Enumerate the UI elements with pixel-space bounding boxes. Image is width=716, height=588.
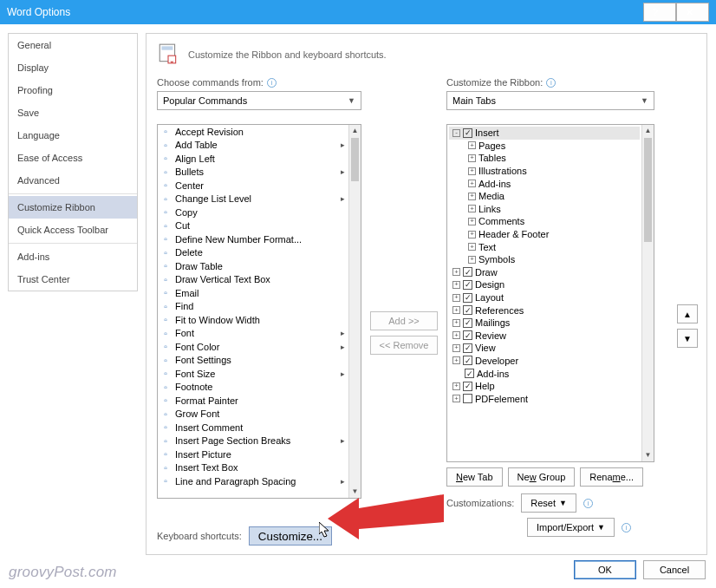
expand-icon[interactable]: + <box>468 167 476 175</box>
new-group-button[interactable]: New Group <box>508 467 576 487</box>
list-item[interactable]: ▫Center <box>158 179 348 193</box>
ok-button[interactable]: OK <box>574 560 636 579</box>
customize-ribbon-dropdown[interactable]: Main Tabs ▼ <box>446 91 654 110</box>
list-item[interactable]: ▫Delete <box>158 246 348 260</box>
tree-node[interactable]: +Links <box>449 203 640 216</box>
tree-node[interactable]: +✓Draw <box>449 266 640 279</box>
list-item[interactable]: ▫Insert Comment <box>158 421 348 434</box>
choose-commands-dropdown[interactable]: Popular Commands ▼ <box>157 91 361 110</box>
tree-node[interactable]: +✓View <box>449 342 640 355</box>
list-item[interactable]: ▫Copy <box>158 206 348 219</box>
checkbox[interactable]: ✓ <box>463 318 472 328</box>
scroll-down-icon[interactable]: ▼ <box>349 486 361 498</box>
list-item[interactable]: ▫Font Color▸ <box>158 340 348 354</box>
close-button[interactable]: ✕ <box>676 3 709 22</box>
expand-icon[interactable]: + <box>452 268 460 276</box>
checkbox[interactable]: ✓ <box>463 343 472 353</box>
expand-icon[interactable]: + <box>452 331 460 339</box>
expand-icon[interactable]: + <box>452 281 460 289</box>
expand-icon[interactable]: + <box>452 344 460 352</box>
checkbox[interactable]: ✓ <box>465 369 474 378</box>
expand-icon[interactable]: + <box>452 294 460 302</box>
scrollbar[interactable]: ▲ ▼ <box>348 125 361 498</box>
reset-dropdown[interactable]: Reset ▼ <box>521 493 576 513</box>
tree-node[interactable]: +Media <box>449 190 640 203</box>
expand-icon[interactable]: - <box>452 129 460 137</box>
checkbox[interactable]: ✓ <box>463 280 472 290</box>
tree-node[interactable]: +Illustrations <box>449 165 640 178</box>
list-item[interactable]: ▫Font Size▸ <box>158 367 348 381</box>
expand-icon[interactable]: + <box>468 218 476 225</box>
tree-node[interactable]: ✓Add-ins <box>449 367 640 380</box>
checkbox[interactable]: ✓ <box>463 267 472 277</box>
list-item[interactable]: ▫Draw Vertical Text Box <box>158 273 348 287</box>
new-tab-button[interactable]: New Tab <box>446 467 503 487</box>
tree-node[interactable]: -✓Insert <box>449 127 640 140</box>
list-item[interactable]: ▫Insert Page Section Breaks▸ <box>158 434 348 448</box>
list-item[interactable]: ▫Insert Text Box <box>158 461 348 475</box>
remove-button[interactable]: << Remove <box>370 336 438 355</box>
sidebar-item-general[interactable]: General <box>9 34 137 56</box>
tree-node[interactable]: +Pages <box>449 140 640 153</box>
move-up-button[interactable]: ▲ <box>677 304 698 323</box>
list-item[interactable]: ▫Cut <box>158 219 348 233</box>
expand-icon[interactable]: + <box>452 382 460 390</box>
sidebar-item-add-ins[interactable]: Add-ins <box>9 245 137 268</box>
list-item[interactable]: ▫Align Left <box>158 152 348 166</box>
info-icon[interactable]: i <box>267 78 277 88</box>
tree-node[interactable]: +✓References <box>449 304 640 317</box>
move-down-button[interactable]: ▼ <box>677 329 698 348</box>
list-item[interactable]: ▫Find <box>158 300 348 314</box>
checkbox[interactable]: ✓ <box>463 330 472 340</box>
tree-node[interactable]: +✓Mailings <box>449 317 640 330</box>
list-item[interactable]: ▫Change List Level▸ <box>158 193 348 206</box>
sidebar-item-save[interactable]: Save <box>9 101 137 124</box>
list-item[interactable]: ▫Grow Font <box>158 408 348 421</box>
list-item[interactable]: ▫Define New Number Format... <box>158 232 348 246</box>
expand-icon[interactable]: + <box>452 306 460 314</box>
expand-icon[interactable]: + <box>468 180 476 187</box>
sidebar-item-customize-ribbon[interactable]: Customize Ribbon <box>9 196 137 219</box>
sidebar-item-proofing[interactable]: Proofing <box>9 79 137 101</box>
list-item[interactable]: ▫Font Settings <box>158 354 348 368</box>
checkbox[interactable]: ✓ <box>463 293 472 303</box>
list-item[interactable]: ▫Accept Revision <box>158 125 348 139</box>
expand-icon[interactable]: + <box>468 193 476 200</box>
info-icon[interactable]: i <box>622 523 631 532</box>
scroll-thumb[interactable] <box>644 138 652 242</box>
list-item[interactable]: ▫Format Painter <box>158 394 348 408</box>
sidebar-item-quick-access-toolbar[interactable]: Quick Access Toolbar <box>9 219 137 241</box>
commands-listbox[interactable]: ▫Accept Revision▫Add Table▸▫Align Left▫B… <box>157 124 361 499</box>
tree-node[interactable]: +Header & Footer <box>449 228 640 241</box>
sidebar-item-ease-of-access[interactable]: Ease of Access <box>9 147 137 169</box>
info-icon[interactable]: i <box>583 499 593 508</box>
help-button[interactable]: ? <box>643 3 676 22</box>
scroll-down-icon[interactable]: ▼ <box>642 449 654 461</box>
scroll-up-icon[interactable]: ▲ <box>349 125 361 137</box>
expand-icon[interactable]: + <box>468 205 476 212</box>
tree-node[interactable]: +✓Layout <box>449 291 640 304</box>
sidebar-item-display[interactable]: Display <box>9 56 137 79</box>
expand-icon[interactable]: + <box>468 256 476 264</box>
sidebar-item-language[interactable]: Language <box>9 124 137 147</box>
expand-icon[interactable]: + <box>468 154 476 162</box>
scroll-up-icon[interactable]: ▲ <box>642 125 654 137</box>
tree-node[interactable]: +Tables <box>449 152 640 165</box>
sidebar-item-advanced[interactable]: Advanced <box>9 169 137 192</box>
list-item[interactable]: ▫Line and Paragraph Spacing▸ <box>158 474 348 488</box>
checkbox[interactable]: ✓ <box>463 128 472 138</box>
list-item[interactable]: ▫Add Table▸ <box>158 139 348 153</box>
tree-node[interactable]: +✓Review <box>449 330 640 343</box>
import-export-dropdown[interactable]: Import/Export ▼ <box>527 518 615 537</box>
expand-icon[interactable]: + <box>468 243 476 251</box>
sidebar-item-trust-center[interactable]: Trust Center <box>9 268 137 291</box>
expand-icon[interactable]: + <box>452 395 460 402</box>
expand-icon[interactable]: + <box>468 231 476 238</box>
tree-node[interactable]: +✓Design <box>449 278 640 291</box>
ribbon-tree[interactable]: -✓Insert+Pages+Tables+Illustrations+Add-… <box>446 124 654 462</box>
expand-icon[interactable]: + <box>468 141 476 149</box>
rename-button[interactable]: Rename... <box>580 467 643 487</box>
checkbox[interactable]: ✓ <box>463 356 472 365</box>
list-item[interactable]: ▫Draw Table <box>158 259 348 273</box>
tree-node[interactable]: +Text <box>449 240 640 253</box>
